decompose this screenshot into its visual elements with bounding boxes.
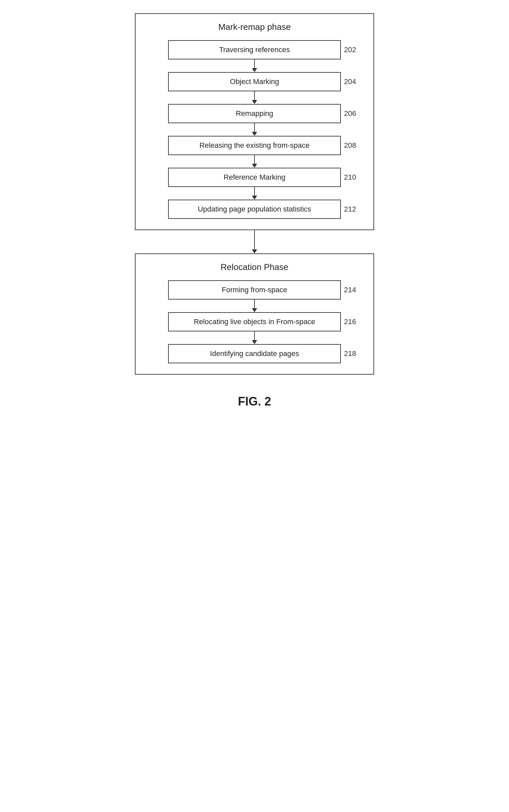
step-row-210: Reference Marking 210 [146, 168, 363, 187]
step-id-214: 214 [344, 286, 356, 294]
step-label-releasing: Releasing the existing from-space [199, 141, 309, 149]
step-box-206: Remapping [168, 104, 341, 123]
step-label-traversing: Traversing references [219, 45, 290, 54]
step-label-relocating: Relocating live objects in From-space [194, 317, 315, 326]
step-box-214: Forming from-space [168, 280, 341, 299]
step-box-212: Updating page population statistics [168, 200, 341, 219]
step-row-216: Relocating live objects in From-space 21… [146, 312, 363, 331]
arrow-2 [252, 91, 257, 104]
step-row-218: Identifying candidate pages 218 [146, 344, 363, 363]
arrow-5 [252, 187, 257, 200]
step-row-204: Object Marking 204 [146, 72, 363, 91]
step-box-216: Relocating live objects in From-space [168, 312, 341, 331]
step-id-216: 216 [344, 317, 356, 326]
phase1-title: Mark-remap phase [218, 22, 291, 32]
step-box-218: Identifying candidate pages [168, 344, 341, 363]
phase2-title: Relocation Phase [220, 262, 289, 272]
between-phases-arrow [252, 230, 257, 253]
step-label-remapping: Remapping [236, 109, 273, 117]
step-box-202: Traversing references [168, 40, 341, 60]
arrow-7 [252, 331, 257, 344]
step-id-208: 208 [344, 141, 356, 150]
step-label-identifying: Identifying candidate pages [210, 349, 299, 358]
step-id-206: 206 [344, 109, 356, 118]
step-row-214: Forming from-space 214 [146, 280, 363, 299]
step-box-210: Reference Marking [168, 168, 341, 187]
arrow-6 [252, 299, 257, 312]
step-id-204: 204 [344, 77, 356, 86]
phase2-box: Relocation Phase Forming from-space 214 … [135, 253, 374, 375]
step-label-updating: Updating page population statistics [198, 205, 311, 213]
step-box-208: Releasing the existing from-space [168, 136, 341, 155]
arrow-1 [252, 60, 257, 72]
phase1-box: Mark-remap phase Traversing references 2… [135, 13, 374, 230]
step-label-reference-marking: Reference Marking [224, 173, 285, 181]
step-id-218: 218 [344, 349, 356, 358]
arrow-4 [252, 155, 257, 168]
step-id-212: 212 [344, 205, 356, 214]
step-row-206: Remapping 206 [146, 104, 363, 123]
step-row-208: Releasing the existing from-space 208 [146, 136, 363, 155]
step-row-212: Updating page population statistics 212 [146, 200, 363, 219]
step-label-object-marking: Object Marking [230, 77, 279, 86]
arrow-3 [252, 123, 257, 136]
page-container: Mark-remap phase Traversing references 2… [125, 13, 384, 409]
step-label-forming: Forming from-space [222, 286, 287, 294]
step-row-202: Traversing references 202 [146, 40, 363, 60]
figure-label: FIG. 2 [238, 394, 271, 409]
step-id-202: 202 [344, 45, 356, 54]
step-id-210: 210 [344, 173, 356, 182]
step-box-204: Object Marking [168, 72, 341, 91]
